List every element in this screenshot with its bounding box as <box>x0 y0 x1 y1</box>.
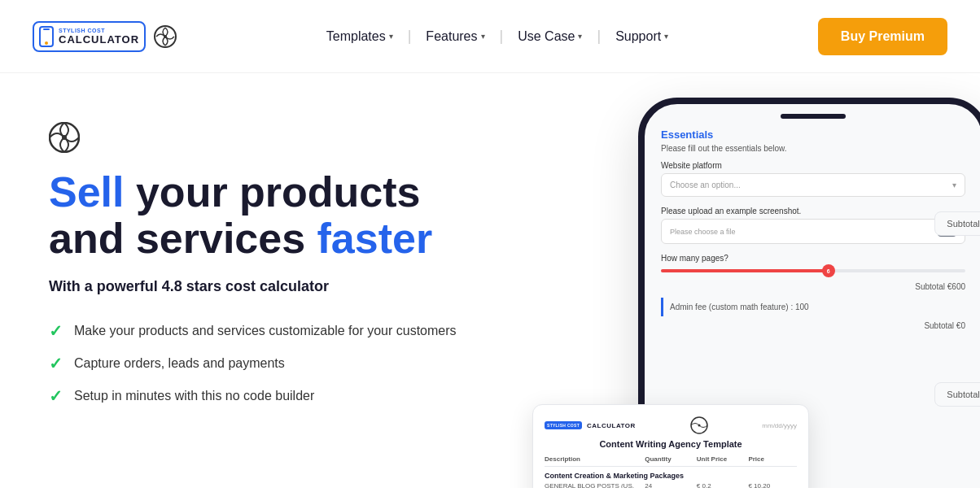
row-sub-unit: € 0.2 <box>697 482 746 488</box>
phone-mockup: Essentials Please fill out the essential… <box>532 98 980 488</box>
buy-premium-button[interactable]: Buy Premium <box>818 18 947 55</box>
pages-slider[interactable]: 6 <box>661 269 965 272</box>
main-nav: Templates ▾ | Features ▾ | Use Case ▾ | … <box>317 23 678 50</box>
second-card-header: STYLISH COST CALCULATOR mm/dd/yyyy <box>545 416 797 434</box>
right-subtotals: Subtotal €0 Subtotal €0 <box>934 211 980 407</box>
table-row-1: Content Creation & Marketing Packages GE… <box>545 472 797 488</box>
svg-rect-1 <box>43 28 50 30</box>
upload-label: Please upload an example screenshot. <box>661 207 965 216</box>
svg-point-2 <box>45 41 48 45</box>
admin-fee: Admin fee (custom math feature) : 100 <box>661 298 965 316</box>
calc-section-sub: Please fill out the essentials below. <box>661 144 965 153</box>
support-chevron-icon: ▾ <box>664 32 668 41</box>
col-price: Price <box>748 455 797 463</box>
hero-left: Sell your products and services faster W… <box>49 106 534 406</box>
website-platform-select[interactable]: Choose an option... ▾ <box>661 173 965 197</box>
hero-heading-sell: Sell <box>49 168 125 216</box>
col-description: Description <box>545 455 641 463</box>
templates-chevron-icon: ▾ <box>389 32 393 41</box>
pages-label: How many pages? <box>661 254 965 263</box>
hero-section: Sell your products and services faster W… <box>0 73 980 488</box>
slider-thumb: 6 <box>822 264 835 277</box>
nav-divider-1: | <box>408 28 412 45</box>
upload-area: Please upload an example screenshot. Ple… <box>661 207 965 244</box>
feature-text-3: Setup in minutes with this no code build… <box>74 389 314 403</box>
hero-heading-products: your products <box>125 168 421 216</box>
col-quantity: Quantity <box>645 455 693 463</box>
select-chevron-icon: ▾ <box>952 181 956 189</box>
row-sub-label: GENERAL BLOG POSTS (US. 300/post) <box>545 482 641 488</box>
logo-text-bottom: CALCULATOR <box>59 33 139 46</box>
hero-subheading: With a powerful 4.8 stars cost calculato… <box>49 278 534 295</box>
hero-heading-faster: faster <box>317 215 433 262</box>
second-card: STYLISH COST CALCULATOR mm/dd/yyyy Conte… <box>532 404 809 488</box>
features-chevron-icon: ▾ <box>481 32 485 41</box>
nav-divider-3: | <box>597 28 601 45</box>
right-subtotal-2: Subtotal €0 <box>934 382 980 407</box>
second-card-wp-icon <box>690 416 708 434</box>
nav-support[interactable]: Support ▾ <box>606 23 678 50</box>
calc-section-title: Essentials <box>661 128 965 141</box>
check-icon-2: ✓ <box>49 354 63 373</box>
col-unit-price: Unit Price <box>697 455 746 463</box>
check-icon-3: ✓ <box>49 386 63 406</box>
feature-item-1: ✓ Make your products and services custom… <box>49 321 534 341</box>
row-sub-qty: 24 <box>645 482 693 488</box>
use-case-chevron-icon: ▾ <box>578 32 582 41</box>
nav-features[interactable]: Features ▾ <box>416 23 494 50</box>
second-card-logo: STYLISH COST CALCULATOR <box>545 421 636 429</box>
nav-use-case[interactable]: Use Case ▾ <box>508 23 592 50</box>
logo-text: STYLISH COST CALCULATOR <box>59 28 139 46</box>
second-card-date: mm/dd/yyyy <box>762 422 797 429</box>
website-platform-label: Website platform <box>661 161 965 170</box>
nav-divider-2: | <box>500 28 504 45</box>
slider-fill: 6 <box>661 269 829 272</box>
wordpress-logo-icon <box>154 25 177 48</box>
right-subtotal-1: Subtotal €0 <box>934 211 980 236</box>
feature-item-3: ✓ Setup in minutes with this no code bui… <box>49 386 534 406</box>
logo-text-top: STYLISH COST <box>59 28 139 33</box>
row-title: Content Creation & Marketing Packages <box>545 472 797 480</box>
hero-features-list: ✓ Make your products and services custom… <box>49 321 534 406</box>
row-sub-price: € 10.20 <box>748 482 797 488</box>
logo-wrap: STYLISH COST CALCULATOR <box>33 21 146 52</box>
subtotal-1: Subtotal €600 <box>661 282 965 291</box>
subtotal-2: Subtotal €0 <box>661 321 965 330</box>
second-card-logo-text: CALCULATOR <box>587 422 636 429</box>
nav-templates[interactable]: Templates ▾ <box>317 23 403 50</box>
feature-item-2: ✓ Capture orders, leads and payments <box>49 354 534 373</box>
feature-text-2: Capture orders, leads and payments <box>74 356 285 371</box>
check-icon-1: ✓ <box>49 321 63 341</box>
hero-heading: Sell your products and services faster <box>49 169 534 262</box>
hero-wordpress-icon <box>49 122 534 156</box>
feature-text-1: Make your products and services customiz… <box>74 324 457 338</box>
second-card-logo-badge: STYLISH COST <box>545 421 582 429</box>
second-card-table-header: Description Quantity Unit Price Price <box>545 455 797 467</box>
second-card-title: Content Writing Agency Template <box>545 439 797 449</box>
row-data-1: GENERAL BLOG POSTS (US. 300/post) 24 € 0… <box>545 482 797 488</box>
logo-area: STYLISH COST CALCULATOR <box>33 21 177 52</box>
hero-right: Essentials Please fill out the essential… <box>532 98 980 488</box>
website-platform-placeholder: Choose an option... <box>670 181 741 189</box>
phone-icon <box>39 26 54 47</box>
header: STYLISH COST CALCULATOR Templates ▾ | Fe… <box>0 0 980 73</box>
file-input[interactable]: Please choose a file ⊞ <box>661 219 965 244</box>
hero-heading-services: and services <box>49 215 317 262</box>
file-placeholder: Please choose a file <box>670 228 736 236</box>
